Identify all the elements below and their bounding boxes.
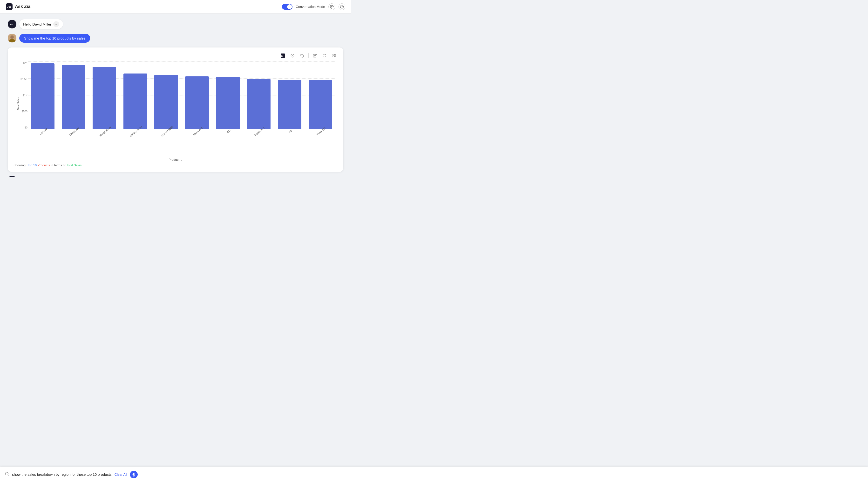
edit-button[interactable] [311, 52, 318, 59]
svg-text:ZA: ZA [7, 5, 11, 9]
bar-volvo2c2[interactable] [306, 61, 335, 129]
bar-bmw3series[interactable] [121, 61, 150, 129]
svg-rect-14 [333, 54, 334, 56]
greeting-row: ZA Hello David Miller ⌄ [8, 19, 343, 29]
zia-analyze-button[interactable]: ZA [279, 52, 286, 59]
showing-products: Products [38, 163, 50, 167]
y-label-1-5k: $1.5K [21, 77, 28, 81]
bar-r8[interactable] [275, 61, 304, 129]
y-label-0: $0 [25, 126, 28, 129]
y-label-500: $500 [22, 110, 28, 113]
showing-label: Showing: [13, 163, 26, 167]
user-avatar [8, 34, 17, 42]
bars-container [28, 61, 335, 129]
header-right: Conversation Mode [282, 3, 345, 10]
chart-card: ZA [8, 47, 343, 172]
y-label-2k: $2K [23, 61, 28, 64]
chart-toolbar: ZA [13, 52, 338, 59]
showing-sales: Sales [74, 163, 82, 167]
help-button[interactable] [339, 3, 345, 10]
bar-range-rover[interactable] [90, 61, 119, 129]
product-axis-label: Product [168, 158, 179, 161]
showing-in-terms-of: in terms of [51, 163, 66, 167]
y-label-1k: $1K [23, 94, 28, 97]
x-axis-label-row: Product ⌄ [13, 158, 338, 161]
bar-mazda626[interactable] [59, 61, 88, 129]
user-message-text: Show me the top 10 products by sales [24, 36, 85, 40]
svg-rect-15 [334, 54, 336, 56]
settings-button[interactable] [329, 3, 335, 10]
svg-text:ZA: ZA [10, 23, 13, 26]
bar-toyotamr2[interactable] [244, 61, 273, 129]
svg-rect-16 [333, 56, 334, 57]
user-message-row: Show me the top 10 products by sales [8, 34, 343, 43]
zia-bottom-row: ZA [8, 176, 343, 178]
bar-corvette[interactable] [28, 61, 57, 129]
history-button[interactable] [299, 52, 306, 59]
svg-point-7 [10, 35, 14, 39]
toggle-knob [287, 4, 292, 9]
zia-logo-icon: ZA [6, 3, 12, 10]
info-button[interactable] [289, 52, 296, 59]
y-axis-label: Total Sales › [17, 90, 20, 115]
product-chevron-icon[interactable]: ⌄ [180, 158, 183, 161]
greeting-text: Hello David Miller [23, 22, 51, 26]
zia-avatar-bottom: ZA [8, 176, 17, 178]
app-title: Ask Zia [15, 4, 30, 9]
conversation-mode-toggle[interactable] [282, 4, 292, 10]
greeting-bubble: Hello David Miller ⌄ [19, 19, 63, 29]
bar-fleetwood[interactable] [182, 61, 212, 129]
user-message-bubble: Show me the top 10 products by sales [19, 34, 90, 43]
showing-total: Total [66, 163, 73, 167]
bar-express3500[interactable] [151, 61, 181, 129]
greeting-chevron-button[interactable]: ⌄ [53, 21, 59, 27]
x-labels-row: Corvette Mazda 626 Range Rover BMW 3 Ser… [28, 129, 335, 143]
header-left: ZA Ask Zia [6, 3, 30, 10]
showing-row: Showing: Top 10 Products in terms of Tot… [13, 163, 338, 167]
svg-text:ZA: ZA [281, 55, 283, 57]
conversation-mode-label: Conversation Mode [296, 5, 325, 9]
bar-gti[interactable] [213, 61, 243, 129]
header: ZA Ask Zia Conversation Mode [0, 0, 351, 13]
grid-view-button[interactable] [331, 52, 338, 59]
main-content: ZA Hello David Miller ⌄ Show me the top … [0, 13, 351, 178]
zia-avatar: ZA [8, 20, 17, 28]
svg-rect-17 [334, 56, 336, 57]
showing-top10: Top 10 [27, 163, 38, 167]
toolbar-separator [308, 53, 309, 58]
svg-point-2 [331, 6, 332, 7]
save-button[interactable] [321, 52, 328, 59]
